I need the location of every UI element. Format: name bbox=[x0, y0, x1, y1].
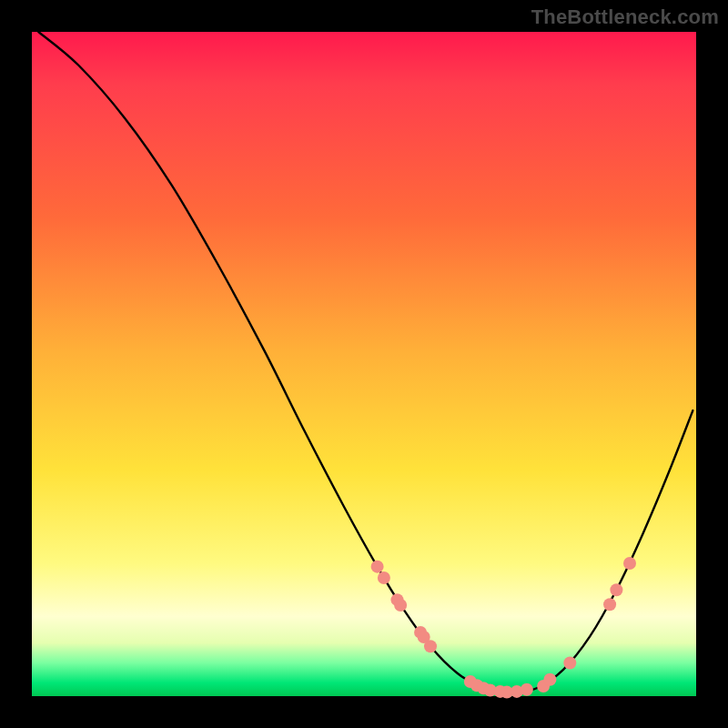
curve-marker bbox=[610, 583, 622, 596]
curve-marker bbox=[424, 640, 437, 652]
curve-marker bbox=[543, 673, 556, 686]
watermark-text: TheBottleneck.com bbox=[531, 5, 719, 29]
curve-marker bbox=[371, 561, 384, 573]
curve-marker bbox=[623, 557, 636, 570]
outer-frame: TheBottleneck.com bbox=[0, 0, 728, 728]
bottleneck-curve bbox=[38, 32, 693, 693]
curve-marker bbox=[378, 571, 390, 584]
curve-marker bbox=[521, 683, 533, 696]
plot-area bbox=[32, 32, 696, 696]
chart-svg bbox=[32, 32, 696, 696]
curve-marker bbox=[603, 598, 616, 611]
curve-marker bbox=[394, 599, 407, 612]
curve-marker bbox=[563, 657, 576, 670]
